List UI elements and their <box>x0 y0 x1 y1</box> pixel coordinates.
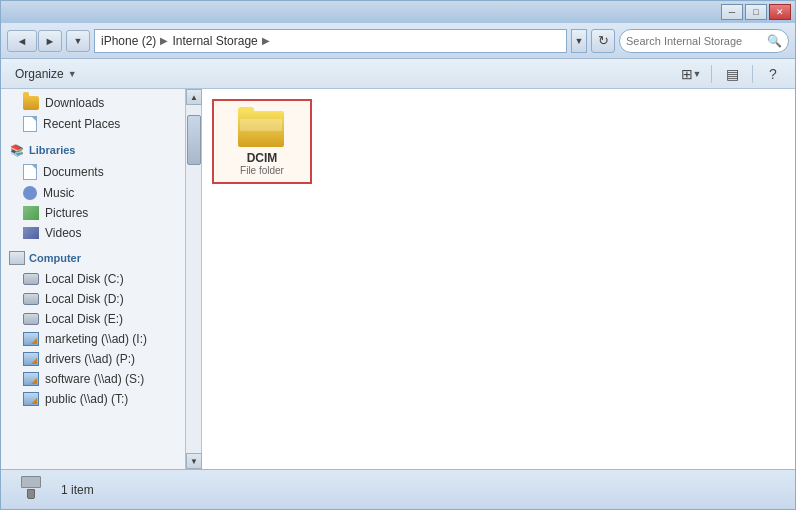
sidebar-section-libraries: 📚 Libraries Documents Music Pictures <box>1 139 185 243</box>
recent-locations-button[interactable]: ▼ <box>66 30 90 52</box>
toolbar: Organize ▼ ⊞ ▼ ▤ ? <box>1 59 795 89</box>
sidebar-item-videos[interactable]: Videos <box>1 223 185 243</box>
sidebar-item-music[interactable]: Music <box>1 183 185 203</box>
view-chevron-icon: ▼ <box>693 69 702 79</box>
libraries-icon: 📚 <box>9 143 25 157</box>
breadcrumb-separator-2: ▶ <box>262 35 270 46</box>
network-badge-s <box>31 378 37 384</box>
sidebar-item-local-disk-d[interactable]: Local Disk (D:) <box>1 289 185 309</box>
preview-button[interactable]: ▤ <box>718 63 746 85</box>
sidebar-item-software-label: software (\\ad) (S:) <box>45 372 144 386</box>
window: ─ □ ✕ ◄ ► ▼ iPhone (2) ▶ Internal Storag… <box>0 0 796 510</box>
scroll-thumb[interactable] <box>187 115 201 165</box>
view-button[interactable]: ⊞ ▼ <box>677 63 705 85</box>
breadcrumb-internal-storage[interactable]: Internal Storage <box>172 34 257 48</box>
search-icon: 🔍 <box>767 34 782 48</box>
organize-button[interactable]: Organize ▼ <box>9 65 83 83</box>
organize-label: Organize <box>15 67 64 81</box>
usb-plug <box>27 489 35 499</box>
network-s-icon <box>23 372 39 386</box>
sidebar-computer-label: Computer <box>29 252 81 264</box>
toolbar-separator-1 <box>711 65 712 83</box>
sidebar-item-music-label: Music <box>43 186 74 200</box>
back-button[interactable]: ◄ <box>7 30 37 52</box>
sidebar-item-marketing-label: marketing (\\ad) (I:) <box>45 332 147 346</box>
main-content: Downloads Recent Places 📚 Libraries Docu… <box>1 89 795 469</box>
sidebar-item-software[interactable]: software (\\ad) (S:) <box>1 369 185 389</box>
sidebar-item-recent-places[interactable]: Recent Places <box>1 113 185 135</box>
sidebar-scrollbar[interactable]: ▲ ▼ <box>186 89 202 469</box>
sidebar-item-downloads-label: Downloads <box>45 96 104 110</box>
close-button[interactable]: ✕ <box>769 4 791 20</box>
refresh-button[interactable]: ↻ <box>591 29 615 53</box>
music-icon <box>23 186 37 200</box>
sidebar-item-local-disk-e[interactable]: Local Disk (E:) <box>1 309 185 329</box>
computer-icon <box>9 251 25 265</box>
sidebar-item-documents[interactable]: Documents <box>1 161 185 183</box>
network-badge <box>31 338 37 344</box>
folder-body <box>238 111 284 147</box>
scroll-track <box>186 105 201 453</box>
preview-icon: ▤ <box>726 66 739 82</box>
dcim-folder-name: DCIM <box>247 151 278 165</box>
recent-places-icon <box>23 116 37 132</box>
breadcrumb-separator-1: ▶ <box>160 35 168 46</box>
network-p-icon <box>23 352 39 366</box>
nav-button-group: ◄ ► <box>7 30 62 52</box>
breadcrumb-internal-storage-label: Internal Storage <box>172 34 257 48</box>
scroll-down-button[interactable]: ▼ <box>186 453 202 469</box>
network-i-icon <box>23 332 39 346</box>
file-pane: DCIM File folder <box>202 89 795 469</box>
back-icon: ◄ <box>17 35 28 47</box>
videos-icon <box>23 227 39 239</box>
network-t-icon <box>23 392 39 406</box>
sidebar: Downloads Recent Places 📚 Libraries Docu… <box>1 89 186 469</box>
scroll-up-button[interactable]: ▲ <box>186 89 202 105</box>
organize-chevron-icon: ▼ <box>68 69 77 79</box>
help-button[interactable]: ? <box>759 63 787 85</box>
search-box[interactable]: 🔍 <box>619 29 789 53</box>
sidebar-section-computer: Computer Local Disk (C:) Local Disk (D:)… <box>1 247 185 409</box>
sidebar-item-public[interactable]: public (\\ad) (T:) <box>1 389 185 409</box>
sidebar-libraries-header[interactable]: 📚 Libraries <box>1 139 185 161</box>
help-icon: ? <box>769 66 777 82</box>
sidebar-item-documents-label: Documents <box>43 165 104 179</box>
disk-d-icon <box>23 293 39 305</box>
title-bar: ─ □ ✕ <box>1 1 795 23</box>
maximize-button[interactable]: □ <box>745 4 767 20</box>
status-bar: 1 item <box>1 469 795 509</box>
toolbar-right: ⊞ ▼ ▤ ? <box>677 63 787 85</box>
address-bar: ◄ ► ▼ iPhone (2) ▶ Internal Storage ▶ ▼ … <box>1 23 795 59</box>
sidebar-item-downloads[interactable]: Downloads <box>1 93 185 113</box>
dcim-folder[interactable]: DCIM File folder <box>212 99 312 184</box>
sidebar-item-disk-d-label: Local Disk (D:) <box>45 292 124 306</box>
refresh-icon: ↻ <box>598 33 609 48</box>
sidebar-section-favorites: Downloads Recent Places <box>1 93 185 135</box>
disk-e-icon <box>23 313 39 325</box>
sidebar-item-disk-c-label: Local Disk (C:) <box>45 272 124 286</box>
documents-icon <box>23 164 37 180</box>
address-dropdown-button[interactable]: ▼ <box>571 29 587 53</box>
folder-shine <box>240 119 282 131</box>
toolbar-separator-2 <box>752 65 753 83</box>
sidebar-item-drivers[interactable]: drivers (\\ad) (P:) <box>1 349 185 369</box>
forward-button[interactable]: ► <box>38 30 62 52</box>
search-input[interactable] <box>626 35 763 47</box>
sidebar-item-local-disk-c[interactable]: Local Disk (C:) <box>1 269 185 289</box>
item-count: 1 item <box>61 483 94 497</box>
address-field[interactable]: iPhone (2) ▶ Internal Storage ▶ <box>94 29 567 53</box>
usb-body <box>21 476 41 488</box>
sidebar-item-marketing[interactable]: marketing (\\ad) (I:) <box>1 329 185 349</box>
sidebar-computer-header[interactable]: Computer <box>1 247 185 269</box>
sidebar-item-pictures[interactable]: Pictures <box>1 203 185 223</box>
sidebar-item-videos-label: Videos <box>45 226 81 240</box>
folder-icon <box>23 96 39 110</box>
forward-icon: ► <box>45 35 56 47</box>
minimize-button[interactable]: ─ <box>721 4 743 20</box>
sidebar-libraries-label: Libraries <box>29 144 75 156</box>
breadcrumb-iphone-label: iPhone (2) <box>101 34 156 48</box>
breadcrumb-iphone[interactable]: iPhone (2) <box>101 34 156 48</box>
dcim-folder-icon <box>238 107 286 147</box>
sidebar-item-pictures-label: Pictures <box>45 206 88 220</box>
sidebar-item-disk-e-label: Local Disk (E:) <box>45 312 123 326</box>
